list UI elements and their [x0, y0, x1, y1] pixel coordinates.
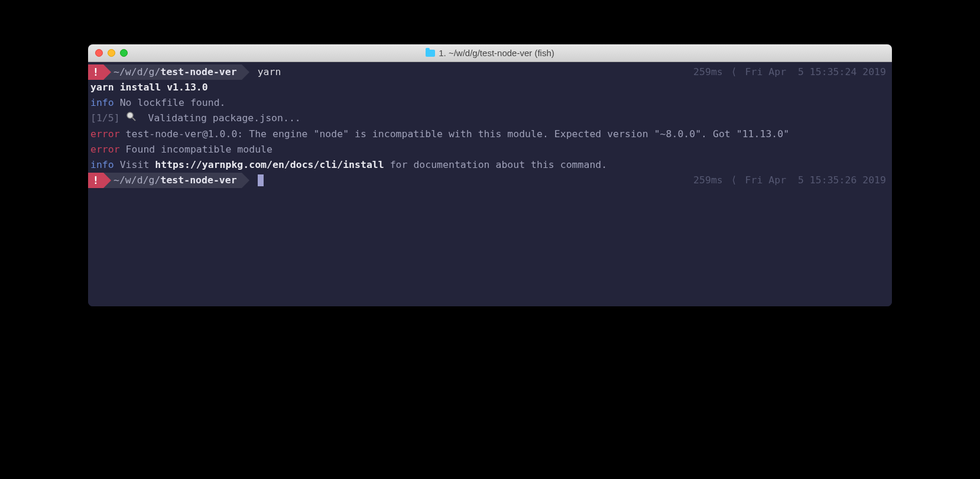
output-text: Visit — [114, 159, 155, 170]
duration: 259ms — [693, 174, 723, 186]
timestamp: Fri Apr 5 15:35:24 2019 — [745, 66, 886, 77]
titlebar[interactable]: 1. ~/w/d/g/test-node-ver (fish) — [88, 44, 892, 62]
prompt-meta: 259ms ⟨ Fri Apr 5 15:35:26 2019 — [693, 173, 886, 188]
prompt-line: ! ~/w/d/g/test-node-ver 259ms ⟨ Fri Apr … — [88, 173, 892, 188]
output-text: Found incompatible module — [120, 144, 272, 155]
separator-icon — [242, 173, 249, 188]
output-line: [1/5] Validating package.json... — [88, 111, 892, 127]
separator-icon — [103, 173, 111, 188]
status-badge: ! — [88, 173, 103, 188]
prompt-meta: 259ms ⟨ Fri Apr 5 15:35:24 2019 — [693, 64, 886, 80]
separator-icon — [242, 64, 249, 80]
doc-link[interactable]: https://yarnpkg.com/en/docs/cli/install — [155, 159, 384, 170]
output-text: No lockfile found. — [114, 97, 226, 108]
chevron-left-icon: ⟨ — [723, 66, 745, 77]
yarn-version: yarn install v1.13.0 — [90, 82, 208, 93]
magnifier-icon — [126, 111, 137, 127]
cursor[interactable] — [258, 174, 264, 186]
terminal-window: 1. ~/w/d/g/test-node-ver (fish) ! ~/w/d/… — [88, 44, 892, 306]
svg-point-0 — [127, 112, 133, 118]
duration: 259ms — [693, 66, 723, 77]
path-prefix: ~/w/d/g/ — [113, 64, 160, 80]
svg-line-1 — [132, 118, 135, 121]
prompt-line: ! ~/w/d/g/test-node-ver yarn 259ms ⟨ Fri… — [88, 64, 892, 80]
terminal-body[interactable]: ! ~/w/d/g/test-node-ver yarn 259ms ⟨ Fri… — [88, 62, 892, 306]
output-text: for documentation about this command. — [384, 159, 608, 170]
info-tag: info — [90, 159, 114, 170]
prompt-path: ~/w/d/g/test-node-ver — [111, 64, 242, 80]
command-text: yarn — [249, 64, 281, 80]
timestamp: Fri Apr 5 15:35:26 2019 — [745, 174, 886, 186]
step-counter: [1/5] — [90, 112, 120, 124]
window-title: 1. ~/w/d/g/test-node-ver (fish) — [88, 48, 892, 58]
error-tag: error — [90, 144, 120, 155]
output-line: info Visit https://yarnpkg.com/en/docs/c… — [88, 157, 892, 173]
output-line: yarn install v1.13.0 — [88, 80, 892, 95]
path-dirname: test-node-ver — [160, 173, 236, 188]
output-line: error test-node-ver@1.0.0: The engine "n… — [88, 127, 892, 142]
output-line: error Found incompatible module — [88, 142, 892, 157]
output-text: Validating package.json... — [137, 112, 301, 124]
separator-icon — [103, 64, 111, 80]
prompt-path: ~/w/d/g/test-node-ver — [111, 173, 242, 188]
path-dirname: test-node-ver — [160, 64, 236, 80]
output-text: test-node-ver@1.0.0: The engine "node" i… — [120, 128, 789, 140]
folder-icon — [426, 50, 435, 57]
error-tag: error — [90, 128, 120, 140]
status-badge: ! — [88, 64, 103, 80]
chevron-left-icon: ⟨ — [723, 174, 745, 186]
window-title-text: 1. ~/w/d/g/test-node-ver (fish) — [439, 48, 554, 58]
info-tag: info — [90, 97, 114, 108]
output-line: info No lockfile found. — [88, 95, 892, 111]
path-prefix: ~/w/d/g/ — [113, 173, 160, 188]
